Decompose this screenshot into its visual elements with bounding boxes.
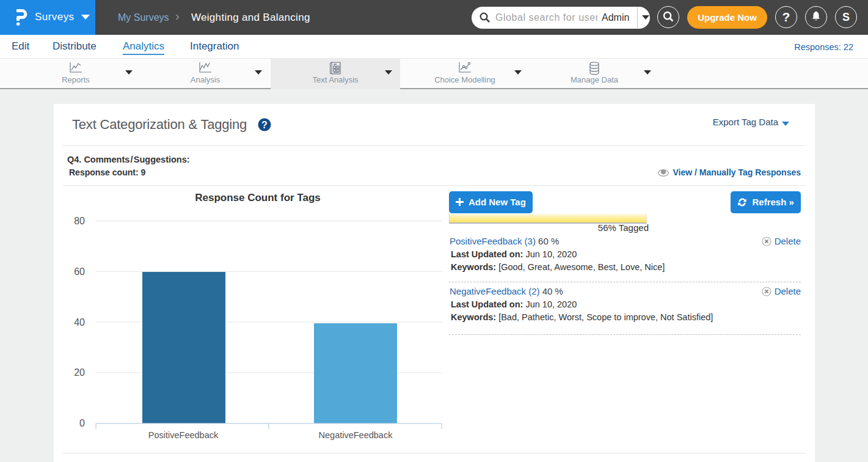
svg-text:NegativeFeedback: NegativeFeedback — [319, 430, 393, 440]
svg-text:0: 0 — [79, 418, 85, 428]
svg-text:PositiveFeedback: PositiveFeedback — [148, 430, 219, 440]
svg-text:80: 80 — [74, 216, 85, 226]
svg-text:20: 20 — [74, 367, 85, 378]
svg-text:40: 40 — [74, 317, 85, 328]
svg-text:?: ? — [261, 120, 268, 130]
svg-text:Response Count for Tags: Response Count for Tags — [195, 192, 321, 204]
svg-text:60: 60 — [74, 266, 85, 277]
